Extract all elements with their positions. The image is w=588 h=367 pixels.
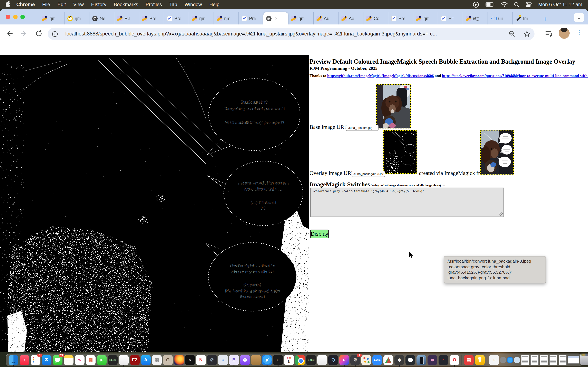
menu-item-history[interactable]: History (87, 2, 110, 7)
dock-color-grid-app[interactable]: ▦ (86, 355, 95, 365)
dock-mini-item-1[interactable] (500, 357, 506, 363)
menu-item-profiles[interactable]: Profiles (142, 2, 165, 7)
dock-zoom[interactable]: zoom (372, 355, 382, 365)
dock-exec-app[interactable]: EXEC (108, 355, 118, 365)
dock-installer-volume[interactable]: ♫ (489, 355, 499, 365)
dock-github-desktop[interactable] (406, 355, 415, 365)
dock-news[interactable]: N (196, 355, 206, 365)
dock-opera[interactable]: O (450, 355, 459, 365)
back-icon[interactable] (6, 30, 13, 37)
window-minimize-button[interactable] (13, 15, 17, 19)
dock-document-thumbnail-1[interactable] (521, 355, 529, 365)
zoom-out-icon[interactable] (509, 31, 515, 37)
play-circle-icon[interactable] (473, 1, 479, 8)
dock-settings-gear[interactable]: ⚙1 (350, 355, 360, 365)
dock-filezilla[interactable]: FZ (130, 355, 140, 365)
dock-intellij-idea[interactable]: IJ (339, 355, 349, 365)
info-icon[interactable] (52, 31, 58, 37)
media-controls-icon[interactable] (545, 31, 553, 37)
dock-mini-document[interactable] (514, 357, 520, 363)
menu-item-edit[interactable]: Edit (54, 2, 69, 7)
tab[interactable]: HT (438, 12, 463, 25)
menu-item-view[interactable]: View (70, 2, 87, 7)
dock-textedit[interactable] (119, 355, 129, 365)
dock-face-app[interactable]: ☻ (428, 355, 437, 365)
dock-red-media-app[interactable]: ▤ (464, 355, 474, 365)
tab-close-icon[interactable]: ✕ (274, 16, 278, 21)
tab[interactable]: rjm (39, 12, 64, 25)
menu-item-file[interactable]: File (39, 2, 54, 7)
dock-notes[interactable] (64, 355, 73, 365)
tab[interactable]: rjm (64, 12, 89, 25)
dock-terminal[interactable]: >_ (273, 355, 283, 365)
window-zoom-button[interactable] (20, 15, 25, 19)
dock-app-store[interactable]: A (141, 355, 151, 365)
dock-trash[interactable] (580, 355, 588, 365)
dock-podcasts[interactable]: ◎ (240, 355, 250, 365)
tab[interactable]: Pre (238, 12, 263, 25)
textarea-resize-handle[interactable] (499, 212, 503, 216)
tab[interactable]: rjm (214, 12, 238, 25)
bubbled-source-thumbnail[interactable] (480, 130, 514, 175)
tab[interactable]: Co (363, 12, 388, 25)
tab[interactable]: un (488, 12, 512, 25)
dock-chrome[interactable] (295, 355, 305, 365)
dock-contacts[interactable] (251, 355, 261, 365)
overlay-image-input[interactable] (352, 171, 385, 177)
wifi-icon[interactable] (501, 2, 508, 7)
menu-item-bookmarks[interactable]: Bookmarks (110, 2, 142, 7)
spotlight-search-icon[interactable] (514, 2, 519, 7)
dock-inkscape[interactable]: ◆ (394, 355, 404, 365)
base-image-input[interactable] (346, 125, 379, 131)
dock-keypad-app[interactable]: ▦ (152, 355, 162, 365)
bookmark-star-icon[interactable] (523, 30, 530, 37)
overlay-image-thumbnail[interactable] (383, 130, 417, 174)
menu-item-tab[interactable]: Tab (165, 2, 181, 7)
reload-icon[interactable] (35, 30, 43, 37)
dock-tips[interactable] (475, 355, 485, 365)
dock-speedometer-app[interactable]: ◔ (439, 355, 448, 365)
tab[interactable]: RJ (114, 12, 139, 25)
dock-textedit-2[interactable] (317, 355, 327, 365)
tab[interactable]: Au (313, 12, 338, 25)
forward-icon[interactable] (20, 30, 28, 37)
dock-safari[interactable] (262, 355, 272, 365)
tab[interactable]: Ne (89, 12, 114, 25)
dock-browser-window-thumbnail[interactable] (568, 356, 579, 364)
tab[interactable]: rjm (288, 12, 313, 25)
menu-bar-clock[interactable]: Mon 6 Oct 11:12 am (538, 2, 582, 7)
dock-exec-app-2[interactable]: EXEC (306, 355, 316, 365)
omnibox[interactable]: localhost:8888/speech_bubble_overlays.ph… (48, 28, 535, 40)
dock-no-entry-app[interactable]: ⊘ (207, 355, 217, 365)
dock-finder[interactable] (9, 355, 18, 365)
base-image-thumbnail[interactable] (376, 84, 411, 128)
dock-mail[interactable]: ✉ (42, 355, 52, 365)
tab-search-button[interactable]: ⌄ (574, 13, 584, 22)
profile-avatar[interactable] (559, 28, 570, 39)
github-discussion-link[interactable]: https://github.com/ImageMagick/ImageMagi… (327, 74, 434, 78)
tab-active[interactable]: ✕ (263, 12, 288, 25)
dock-gimp[interactable]: G (163, 355, 173, 365)
tab[interactable]: Pre (388, 12, 413, 25)
kebab-menu-icon[interactable]: ⋮ (576, 29, 582, 36)
apple-menu-icon[interactable] (6, 2, 10, 7)
tab-audio-icon[interactable] (473, 16, 478, 21)
dock-quicktime[interactable]: Q (328, 355, 338, 365)
battery-icon[interactable] (485, 2, 494, 7)
control-center-icon[interactable] (526, 2, 532, 7)
menu-item-help[interactable]: Help (206, 2, 223, 7)
dock-bbedit[interactable]: B (229, 355, 239, 365)
tab[interactable]: Pre (164, 12, 189, 25)
dock-calendar[interactable]: OCT6 (284, 355, 294, 365)
dock-document-thumbnail-2[interactable] (530, 355, 539, 365)
dock-document-thumbnail-5[interactable] (559, 355, 567, 365)
dock-mini-safari[interactable] (507, 357, 513, 363)
dock-reminders[interactable]: 3 (31, 355, 40, 365)
dock-prism-app[interactable] (383, 355, 393, 365)
tab[interactable]: Im (512, 12, 537, 25)
dock-document-thumbnail-4[interactable] (549, 355, 557, 365)
tab[interactable]: Pre (139, 12, 164, 25)
dock-iphone-mirroring[interactable] (416, 355, 426, 365)
stackoverflow-link[interactable]: https://stackoverflow.com/questions/7109… (442, 74, 588, 78)
tab[interactable]: rjm (189, 12, 214, 25)
